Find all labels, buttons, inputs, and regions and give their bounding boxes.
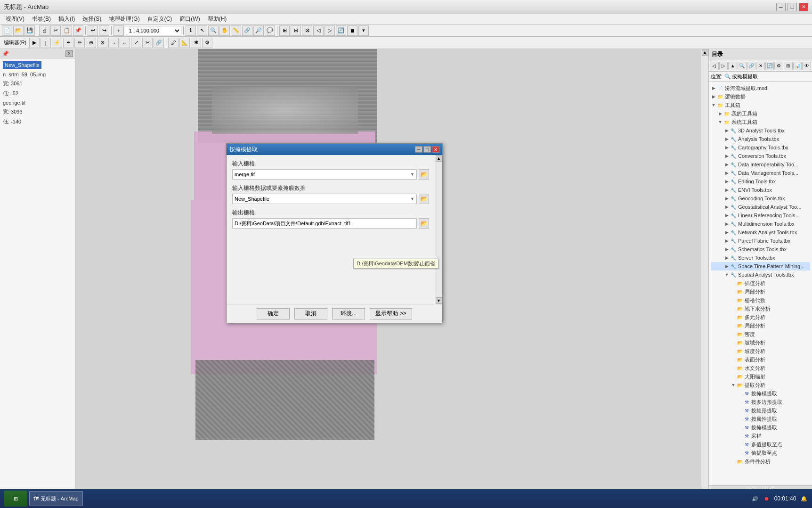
select-arrow[interactable]: ↖: [197, 25, 207, 36]
tree-item-extractbypoly[interactable]: ⚒ 按多边形提取: [711, 398, 810, 406]
tree-item-slope2[interactable]: 📂 坡度分析: [711, 347, 810, 355]
tree-item-extractbymask[interactable]: ⚒ 按掩模提取: [711, 389, 810, 398]
cat-refresh[interactable]: 🔄: [765, 62, 774, 70]
tray-network[interactable]: 🔔: [800, 494, 808, 503]
left-panel-pin[interactable]: 📌: [2, 50, 9, 57]
tree-item-extraction[interactable]: ▼ 📂 提取分析: [711, 381, 810, 389]
stop-button[interactable]: ⏹: [347, 25, 357, 36]
menu-bookmarks[interactable]: 书签(B): [28, 14, 55, 24]
tree-item-rasteralgebra[interactable]: 📂 栅格代数: [711, 296, 810, 304]
cat-back[interactable]: ◁: [710, 62, 719, 70]
tree-item-extractvalue[interactable]: ⚒ 值提取至点: [711, 449, 810, 457]
ok-button[interactable]: 确定: [257, 308, 290, 320]
tray-speaker[interactable]: 🔊: [751, 494, 759, 503]
paste-button[interactable]: 📌: [73, 25, 83, 36]
zoom-extent-button[interactable]: ⊞: [279, 25, 290, 36]
tree-item-datainterop[interactable]: ▶ 🔧 Data Interoperability Too...: [711, 160, 810, 169]
input-mask-browse[interactable]: 📂: [419, 194, 429, 204]
print-button[interactable]: 🖨: [39, 25, 49, 36]
tree-item-envi[interactable]: ▶ 🔧 ENVI Tools.tbx: [711, 186, 810, 194]
tree-item-geostat[interactable]: ▶ 🔧 Geostatistical Analyst Too...: [711, 203, 810, 211]
cat-connect[interactable]: 🔗: [747, 62, 756, 70]
left-panel-close[interactable]: ×: [65, 50, 73, 57]
tree-item-mxd[interactable]: ▶ 📄 汾河流域提取.mxd: [711, 84, 810, 92]
cut-button[interactable]: ✂: [50, 25, 61, 36]
redo-button[interactable]: ↪: [99, 25, 109, 36]
map-tips-button[interactable]: 💬: [265, 25, 275, 36]
input-raster-browse[interactable]: 📂: [419, 169, 429, 180]
input-mask-dropdown[interactable]: New_Shapefile ▼: [232, 194, 417, 204]
cat-options[interactable]: ⚙: [774, 62, 783, 70]
dlg-scroll-down[interactable]: ▼: [436, 297, 442, 304]
tree-item-conversion[interactable]: ▶ 🔧 Conversion Tools.tbx: [711, 152, 810, 160]
tree-item-extractbymask2[interactable]: ⚒ 按掩模提取: [711, 423, 810, 432]
tree-item-sample[interactable]: ⚒ 采样: [711, 432, 810, 440]
tree-item-systoolbox[interactable]: ▼ 📁 系统工具箱: [711, 118, 810, 126]
dlg-scroll-up[interactable]: ▲: [436, 155, 442, 162]
dialog-titlebar[interactable]: 按掩模提取 ─ □ ✕: [227, 144, 442, 155]
tree-item-surface[interactable]: 📂 表面分析: [711, 355, 810, 364]
edit-btn16[interactable]: ⚙: [202, 38, 212, 48]
cat-disconnect[interactable]: ✕: [756, 62, 765, 70]
edit-btn9[interactable]: ↔: [120, 38, 130, 48]
tree-item-server[interactable]: ▶ 🔧 Server Tools.tbx: [711, 254, 810, 262]
tree-item-slope-aspect[interactable]: 📂 坡域分析: [711, 338, 810, 347]
zoom-selected-button[interactable]: ⊠: [302, 25, 312, 36]
edit-btn14[interactable]: 📐: [179, 38, 190, 48]
zoom-layer-button[interactable]: ⊟: [291, 25, 301, 36]
tree-item-schematics[interactable]: ▶ 🔧 Schematics Tools.tbx: [711, 245, 810, 254]
maximize-button[interactable]: □: [788, 3, 797, 11]
tree-item-extractbyattr[interactable]: ⚒ 按属性提取: [711, 415, 810, 423]
save-button[interactable]: 💾: [24, 25, 35, 36]
tree-item-density[interactable]: 📂 密度: [711, 330, 810, 338]
menu-customize[interactable]: 自定义(C): [144, 14, 176, 24]
edit-btn6[interactable]: ⊕: [86, 38, 96, 48]
tree-item-logicdata[interactable]: ▶ 📁 逻辑数据: [711, 92, 810, 101]
more-tools-button[interactable]: ▾: [358, 25, 369, 36]
edit-btn8[interactable]: →: [108, 38, 119, 48]
tree-item-local2[interactable]: 📂 局部分析: [711, 287, 810, 296]
copy-button[interactable]: 📋: [62, 25, 72, 36]
tree-item-condition[interactable]: 📂 条件件分析: [711, 457, 810, 466]
magnify-button[interactable]: 🔍: [208, 25, 219, 36]
menu-help[interactable]: 帮助(H): [204, 14, 231, 24]
close-button[interactable]: ✕: [799, 3, 808, 11]
layer-item-shapefile[interactable]: New_Shapefile: [3, 61, 72, 69]
taskbar-arcmap[interactable]: 🗺 无标题 - ArcMap: [29, 491, 83, 506]
edit-btn13[interactable]: 🖊: [168, 38, 179, 48]
edit-btn11[interactable]: ✂: [142, 38, 153, 48]
edit-btn10[interactable]: ⤢: [131, 38, 141, 48]
start-button[interactable]: ⊞: [4, 491, 27, 507]
dialog-maximize[interactable]: □: [423, 146, 431, 153]
tree-item-editing[interactable]: ▶ 🔧 Editing Tools.tbx: [711, 177, 810, 186]
identify2-button[interactable]: 🔎: [253, 25, 264, 36]
zoom-prev-button[interactable]: ◁: [313, 25, 324, 36]
zoom-in-button[interactable]: +: [114, 25, 124, 36]
tree-item-spacetime[interactable]: ▶ 🔧 Space Time Pattern Mining...: [711, 262, 810, 270]
menu-window[interactable]: 窗口(W): [176, 14, 203, 24]
cat-table[interactable]: 📊: [793, 62, 802, 70]
identify-button[interactable]: ℹ: [186, 25, 196, 36]
menu-view[interactable]: 视图(V): [2, 14, 28, 24]
tree-item-solar[interactable]: 📂 大阳辐射: [711, 372, 810, 381]
edit-btn7[interactable]: ⊗: [97, 38, 107, 48]
zoom-next-button[interactable]: ▷: [325, 25, 335, 36]
edit-btn5[interactable]: ✏: [74, 38, 85, 48]
edit-btn15[interactable]: ✱: [191, 38, 201, 48]
tree-item-geocoding[interactable]: ▶ 🔧 Geocoding Tools.tbx: [711, 194, 810, 203]
edit-btn12[interactable]: 🔗: [154, 38, 164, 48]
tree-item-spatial[interactable]: ▼ 🔧 Spatial Analyst Tools.tbx: [711, 270, 810, 279]
refresh-button[interactable]: 🔄: [336, 25, 346, 36]
tree-item-parcel[interactable]: ▶ 🔧 Parcel Fabric Tools.tbx: [711, 237, 810, 245]
map-vscrollbar[interactable]: ▲ ▼: [701, 49, 708, 497]
edit-btn1[interactable]: ▶: [29, 38, 40, 48]
dialog-minimize[interactable]: ─: [415, 146, 422, 153]
layer-item-srtm[interactable]: n_srtm_59_05.img: [3, 72, 72, 77]
minimize-button[interactable]: ─: [776, 3, 786, 11]
tree-item-interpolation[interactable]: 📂 插值分析: [711, 279, 810, 287]
output-raster-browse[interactable]: 📂: [419, 218, 429, 229]
cat-view[interactable]: ⊞: [784, 62, 793, 70]
cat-search[interactable]: 🔍: [738, 62, 747, 70]
tree-item-mytoolbox[interactable]: ▶ 📁 我的工具箱: [711, 109, 810, 118]
tree-item-linearref[interactable]: ▶ 🔧 Linear Referencing Tools...: [711, 211, 810, 220]
